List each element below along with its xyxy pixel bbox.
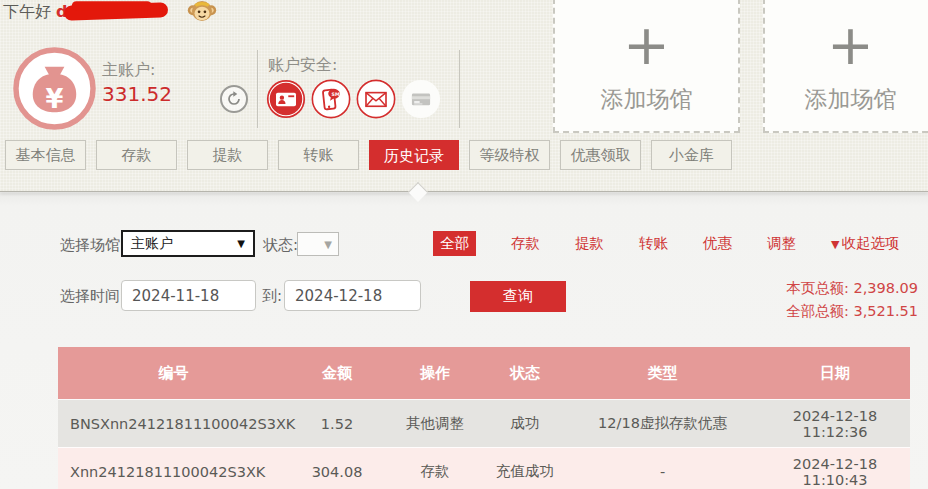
status-select-label: 状态: [263,236,298,255]
security-icons-row: SMS [266,79,441,119]
col-header-date: 日期 [760,347,910,399]
col-header-amount: 金额 [289,347,385,399]
type-filter-promo[interactable]: 优惠 [703,234,732,253]
table-row: BNSXnn24121811100042S3XK 1.52 其他调整 成功 12… [58,399,910,447]
cell-status: 成功 [485,400,565,447]
id-card-icon[interactable] [266,79,306,119]
table-header-row: 编号 金额 操作 状态 类型 日期 [58,347,910,399]
account-balance: 331.52 [102,82,172,106]
date-from-input[interactable] [121,280,256,311]
venue-select-label: 选择场馆: [60,236,125,255]
date-to-input[interactable] [284,280,421,311]
greeting: 下午好 d [3,0,217,26]
table-row: Xnn24121811100042S3XK 304.08 存款 充值成功 - 2… [58,447,910,489]
main-account-label: 主账户: [102,60,155,81]
all-total-value: 3,521.51 [853,303,918,319]
cell-operation: 存款 [385,448,485,489]
tab-vault[interactable]: 小金库 [651,140,732,170]
search-button[interactable]: 查询 [470,281,566,312]
email-icon[interactable] [356,79,396,119]
tab-deposit[interactable]: 存款 [96,140,177,170]
add-venue-label: 添加场馆 [805,84,897,115]
all-total: 全部总额: 3,521.51 [786,300,918,323]
money-bag-icon: ¥ [13,47,96,130]
chevron-down-icon: ▼ [237,238,245,249]
type-filter-deposit[interactable]: 存款 [511,234,540,253]
svg-text:SMS: SMS [332,92,344,97]
page-total-value: 2,398.09 [853,280,918,296]
tab-withdraw[interactable]: 提款 [187,140,268,170]
main-tab-bar: 基本信息 存款 提款 转账 历史记录 等级特权 优惠领取 小金库 [5,140,732,170]
tab-promo-claim[interactable]: 优惠领取 [560,140,641,170]
cell-amount: 1.52 [289,400,385,447]
cell-date: 2024-12-18 11:10:43 [760,448,910,489]
svg-text:¥: ¥ [46,84,64,114]
col-header-status: 状态 [485,347,565,399]
tab-history[interactable]: 历史记录 [369,140,459,170]
type-filter-withdraw[interactable]: 提款 [575,234,604,253]
type-filter-bar: 全部 存款 提款 转账 优惠 调整 ▼收起选项 [433,231,899,256]
status-select[interactable]: ▼ [297,232,339,256]
type-filter-transfer[interactable]: 转账 [639,234,668,253]
all-total-label: 全部总额: [786,303,849,319]
totals-summary: 本页总额: 2,398.09 全部总额: 3,521.51 [786,277,918,323]
cell-id: Xnn24121811100042S3XK [58,448,289,489]
add-venue-label: 添加场馆 [601,84,693,115]
bank-card-icon[interactable] [401,79,441,119]
venue-select-value: 主账户 [131,235,173,253]
col-header-operation: 操作 [385,347,485,399]
type-filter-all[interactable]: 全部 [433,231,476,256]
to-label: 到: [262,287,282,306]
refresh-balance-button[interactable] [220,85,248,113]
tab-transfer[interactable]: 转账 [278,140,359,170]
add-venue-button[interactable]: + 添加场馆 [763,0,928,133]
page-total: 本页总额: 2,398.09 [786,277,918,300]
type-filter-adjust[interactable]: 调整 [767,234,796,253]
divider-vertical [257,50,258,128]
cell-status: 充值成功 [485,448,565,489]
time-range-label: 选择时间: [60,287,125,306]
cell-type: 12/18虚拟存款优惠 [565,400,760,447]
redacted-name-scribble [63,2,167,21]
plus-icon: + [827,20,874,70]
monkey-emoji-icon [187,0,217,26]
triangle-down-icon: ▼ [831,238,839,251]
divider-vertical [459,50,460,128]
collapse-options-label: 收起选项 [841,235,899,251]
plus-icon: + [623,20,670,70]
col-header-id: 编号 [58,347,289,399]
cell-id: BNSXnn24121811100042S3XK [58,400,289,447]
cell-type: - [565,448,760,489]
account-security-label: 账户安全: [268,55,337,76]
add-venue-button[interactable]: + 添加场馆 [553,0,740,133]
divider-horizontal [0,191,928,192]
page-total-label: 本页总额: [786,280,849,296]
greeting-text: 下午好 [3,2,51,21]
cell-date: 2024-12-18 11:12:36 [760,400,910,447]
history-table: 编号 金额 操作 状态 类型 日期 BNSXnn24121811100042S3… [58,347,910,489]
tab-basic-info[interactable]: 基本信息 [5,140,86,170]
cell-operation: 其他调整 [385,400,485,447]
cell-amount: 304.08 [289,448,385,489]
account-history-page: 下午好 d ¥ 主账户: 331.52 账户安全: [0,0,928,489]
venue-select[interactable]: 主账户 ▼ [121,230,255,257]
refresh-icon [226,91,242,107]
phone-sms-icon[interactable]: SMS [311,79,351,119]
tab-level-privilege[interactable]: 等级特权 [469,140,550,170]
chevron-down-icon: ▼ [324,239,332,250]
collapse-options-link[interactable]: ▼收起选项 [831,234,899,253]
history-panel: 选择场馆: 主账户 ▼ 状态: ▼ 全部 存款 提款 转账 优惠 调整 ▼收起选… [0,192,928,489]
col-header-type: 类型 [565,347,760,399]
